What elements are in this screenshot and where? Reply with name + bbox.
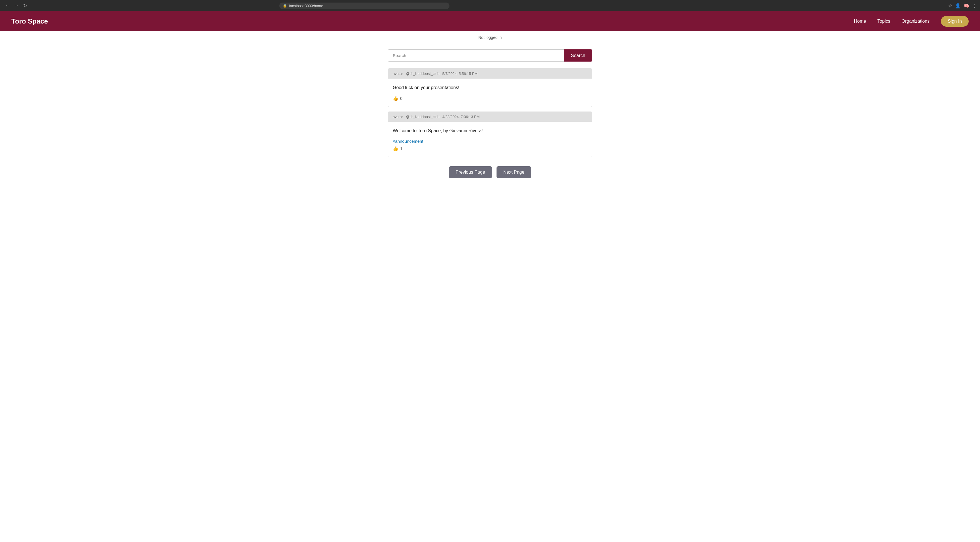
browser-toolbar: ☆ 👤 🧠 ⋮ <box>948 3 977 8</box>
thumbs-up-icon[interactable]: 👍 <box>393 96 398 101</box>
post-header: avatar @dr_izaddoost_club 4/28/2024, 7:3… <box>388 112 592 122</box>
back-button[interactable]: ← <box>3 2 11 10</box>
post-hashtag[interactable]: #announcement <box>393 139 587 143</box>
address-bar[interactable]: 🔒 localhost:3000/home <box>279 3 449 9</box>
post-author: @dr_izaddoost_club <box>406 72 439 76</box>
post-body: Welcome to Toro Space, by Giovanni River… <box>388 122 592 157</box>
brand-link[interactable]: Toro Space <box>11 17 854 25</box>
search-button[interactable]: Search <box>564 49 592 62</box>
url-text: localhost:3000/home <box>289 4 323 8</box>
post-likes: 👍 1 <box>393 146 587 151</box>
security-icon: 🔒 <box>283 4 287 8</box>
like-count: 1 <box>400 146 402 151</box>
nav-organizations[interactable]: Organizations <box>902 19 929 24</box>
post-text: Welcome to Toro Space, by Giovanni River… <box>393 128 587 134</box>
extensions-icon[interactable]: 🧠 <box>964 3 969 8</box>
search-input[interactable] <box>388 49 564 62</box>
menu-icon[interactable]: ⋮ <box>972 3 977 8</box>
star-icon[interactable]: ☆ <box>948 3 952 8</box>
post-card: avatar @dr_izaddoost_club 4/28/2024, 7:3… <box>388 112 592 157</box>
refresh-button[interactable]: ↻ <box>22 2 29 10</box>
like-count: 0 <box>400 96 402 101</box>
post-body: Good luck on your presentations! 👍 0 <box>388 79 592 107</box>
nav-topics[interactable]: Topics <box>877 19 890 24</box>
post-avatar: avatar <box>393 72 403 76</box>
previous-page-button[interactable]: Previous Page <box>449 166 492 178</box>
post-timestamp: 5/7/2024, 5:56:15 PM <box>442 72 477 76</box>
search-container: Search <box>388 49 592 62</box>
main-content: Search avatar @dr_izaddoost_club 5/7/202… <box>382 49 598 178</box>
nav-home[interactable]: Home <box>854 19 866 24</box>
thumbs-up-icon[interactable]: 👍 <box>393 146 398 151</box>
navbar: Toro Space Home Topics Organizations Sig… <box>0 11 980 31</box>
post-card: avatar @dr_izaddoost_club 5/7/2024, 5:56… <box>388 69 592 107</box>
next-page-button[interactable]: Next Page <box>496 166 531 178</box>
browser-nav-buttons: ← → ↻ <box>3 2 29 10</box>
post-likes: 👍 0 <box>393 96 587 101</box>
post-text: Good luck on your presentations! <box>393 84 587 91</box>
forward-button[interactable]: → <box>13 2 21 10</box>
post-header: avatar @dr_izaddoost_club 5/7/2024, 5:56… <box>388 69 592 79</box>
signin-button[interactable]: Sign In <box>941 16 969 27</box>
status-text: Not logged in <box>478 35 502 40</box>
profile-icon[interactable]: 👤 <box>955 3 961 8</box>
status-bar: Not logged in <box>0 31 980 44</box>
post-timestamp: 4/28/2024, 7:36:13 PM <box>442 115 480 119</box>
nav-links: Home Topics Organizations Sign In <box>854 16 969 27</box>
post-avatar: avatar <box>393 115 403 119</box>
post-author: @dr_izaddoost_club <box>406 115 439 119</box>
pagination: Previous Page Next Page <box>388 166 592 178</box>
browser-chrome: ← → ↻ 🔒 localhost:3000/home ☆ 👤 🧠 ⋮ <box>0 0 980 11</box>
